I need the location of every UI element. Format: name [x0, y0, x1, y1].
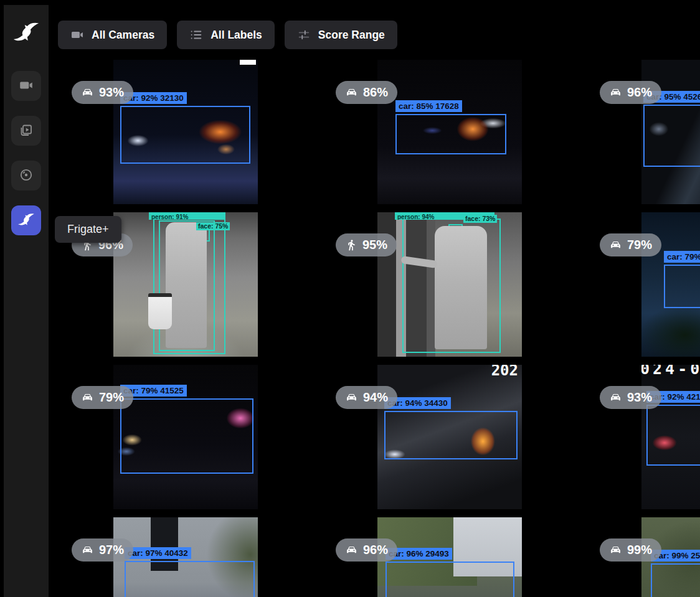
- score-badge: 93%: [72, 81, 133, 104]
- all-labels-label: All Labels: [210, 29, 262, 42]
- car-icon: [81, 86, 94, 99]
- snapshot-image: car: 79% 41525: [113, 365, 258, 509]
- disc-icon: [19, 167, 34, 184]
- sidebar-item-review[interactable]: [11, 116, 41, 146]
- snapshot-image: car: 85% 17628: [377, 60, 522, 204]
- snapshot-tile[interactable]: car: 96% 29493 96%: [324, 517, 589, 597]
- all-cameras-button[interactable]: All Cameras: [58, 21, 167, 49]
- score-badge: 96%: [600, 81, 661, 104]
- detection-bbox: car: 95% 45260: [643, 105, 700, 167]
- score-badge: 99%: [600, 538, 661, 562]
- snapshot-tile[interactable]: car: 85% 17628 86%: [324, 60, 589, 212]
- video-camera-icon: [70, 28, 84, 42]
- detection-bbox: car: 79% 41525: [120, 398, 253, 474]
- detection-bbox: car: 96% 29493: [385, 562, 514, 597]
- car-icon: [609, 543, 622, 557]
- bucket-shape: [148, 293, 172, 329]
- all-cameras-label: All Cameras: [92, 29, 154, 42]
- snapshot-tile[interactable]: car: 99% 25 99%: [589, 517, 700, 597]
- person-figure: [166, 222, 207, 348]
- snapshot-image: car: 92% 32130: [113, 60, 258, 204]
- detection-bbox: car: 79%: [664, 265, 700, 308]
- badge-score: 95%: [362, 238, 387, 252]
- score-badge: 96%: [336, 538, 397, 562]
- frigate-bird-icon: [17, 211, 35, 230]
- snapshot-image: person: 94% face: 73%: [377, 212, 522, 357]
- car-icon: [345, 543, 358, 557]
- filter-bar: All Cameras All Labels Score Range: [58, 21, 397, 49]
- snapshot-tile[interactable]: car: 92% 32130 93%: [60, 60, 324, 212]
- car-icon: [609, 391, 622, 404]
- sidebar-item-recordings[interactable]: [11, 161, 41, 190]
- face-label: face: 75%: [196, 222, 230, 230]
- snapshot-tile[interactable]: car: 79% 41525 79%: [60, 365, 324, 517]
- snapshot-tile[interactable]: person: 94% face: 73% 95%: [324, 212, 589, 365]
- score-badge: 97%: [72, 538, 133, 562]
- timestamp-fragment: [240, 60, 256, 65]
- car-icon: [609, 86, 622, 99]
- snapshot-image: person: 91% face: 75%: [113, 212, 258, 357]
- frigate-plus-tooltip: Frigate+: [55, 216, 121, 243]
- bbox-label: car: 85% 17628: [395, 100, 462, 112]
- list-icon: [189, 28, 203, 42]
- bbox-label: car: 97% 40432: [125, 547, 191, 559]
- snapshot-tile[interactable]: car: 95% 45260 96%: [589, 60, 700, 212]
- badge-score: 79%: [99, 390, 124, 405]
- score-badge: 79%: [72, 386, 133, 409]
- snapshot-tile[interactable]: car: 79% 79%: [589, 212, 700, 365]
- badge-score: 93%: [627, 390, 652, 405]
- score-range-label: Score Range: [318, 29, 385, 42]
- bbox-label: person: 91%: [149, 212, 225, 220]
- snapshot-tile[interactable]: car: 97% 40432 97%: [60, 517, 324, 597]
- badge-score: 97%: [99, 543, 124, 557]
- bbox-label: car: 79%: [664, 251, 700, 263]
- score-badge: 94%: [336, 386, 397, 409]
- sidebar-item-frigate-plus[interactable]: [11, 205, 41, 235]
- sliders-icon: [297, 28, 311, 42]
- badge-score: 99%: [627, 543, 652, 557]
- score-range-button[interactable]: Score Range: [285, 21, 397, 49]
- badge-score: 96%: [627, 85, 652, 100]
- person-figure: [435, 226, 487, 349]
- detection-bbox: car: 97% 40432: [125, 561, 255, 597]
- car-icon: [345, 86, 358, 99]
- car-icon: [81, 543, 94, 557]
- frigate-logo-bird-icon: [12, 19, 40, 46]
- detection-bbox: car: 92% 32130: [120, 106, 250, 164]
- detection-bbox: car: 99% 25: [651, 563, 700, 597]
- video-camera-icon: [19, 78, 34, 95]
- sidebar-nav: [11, 71, 41, 235]
- score-badge: 93%: [600, 386, 661, 409]
- score-badge: 86%: [336, 81, 397, 104]
- timestamp-fragment: 024-09-0: [641, 365, 700, 378]
- snapshot-image: car: 96% 29493: [377, 517, 522, 597]
- badge-score: 79%: [627, 238, 652, 252]
- sidebar-item-live[interactable]: [11, 71, 41, 101]
- snapshot-tile[interactable]: 202 car: 94% 34430 94%: [324, 365, 589, 517]
- sidebar: [4, 5, 49, 597]
- badge-score: 86%: [363, 85, 388, 100]
- timestamp-fragment: 202: [491, 365, 518, 379]
- badge-score: 93%: [99, 85, 124, 100]
- snapshot-grid: car: 92% 32130 93% car: 85% 17628 86%: [60, 60, 700, 597]
- person-icon: [345, 239, 357, 251]
- snapshot-image: car: 97% 40432: [113, 517, 258, 597]
- frigate-plus-page: Frigate+ All Cameras All Labels Score Ra…: [0, 0, 700, 597]
- snapshot-tile[interactable]: 024-09-0 car: 92% 4218 93%: [589, 365, 700, 517]
- badge-score: 96%: [363, 543, 388, 557]
- badge-score: 94%: [363, 390, 388, 405]
- review-play-icon: [19, 123, 34, 139]
- car-icon: [345, 391, 358, 404]
- car-icon: [81, 391, 94, 404]
- score-badge: 79%: [600, 233, 661, 256]
- car-icon: [609, 238, 622, 251]
- all-labels-button[interactable]: All Labels: [177, 21, 275, 49]
- score-badge: 95%: [336, 233, 397, 256]
- snapshot-image: 202 car: 94% 34430: [377, 365, 522, 509]
- detection-bbox: car: 94% 34430: [384, 411, 518, 459]
- face-label: face: 73%: [463, 215, 497, 223]
- detection-bbox: car: 85% 17628: [395, 114, 506, 154]
- tooltip-label: Frigate+: [67, 223, 109, 236]
- detection-bbox: car: 92% 4218: [646, 405, 700, 466]
